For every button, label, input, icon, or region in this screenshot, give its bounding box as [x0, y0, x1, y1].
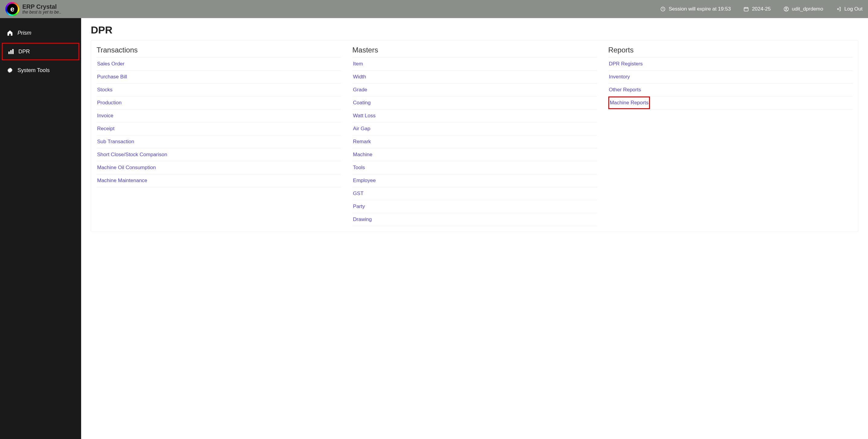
clock-icon	[660, 6, 665, 12]
svg-rect-5	[10, 50, 12, 54]
column-list: ItemWidthGradeCoatingWatt LossAir GapRem…	[352, 58, 596, 226]
user-icon	[783, 6, 789, 12]
sidebar-item-label: DPR	[19, 49, 30, 55]
main-content: DPR TransactionsSales OrderPurchase Bill…	[81, 18, 868, 439]
home-icon	[7, 30, 13, 36]
list-item: Purchase Bill	[96, 70, 341, 84]
link-dpr-registers[interactable]: DPR Registers	[608, 58, 852, 70]
column-heading: Reports	[608, 46, 852, 58]
fiscal-year-label: 2024-25	[752, 6, 771, 12]
brand-tagline: the best is yet to be..	[22, 10, 61, 14]
link-employee[interactable]: Employee	[352, 174, 596, 187]
session-expiry: Session will expire at 19:53	[660, 6, 731, 12]
sidebar-item-dpr[interactable]: DPR	[2, 43, 79, 60]
link-air-gap[interactable]: Air Gap	[352, 122, 596, 135]
link-party[interactable]: Party	[352, 200, 596, 213]
sidebar-item-label: Prism	[18, 30, 31, 36]
user-menu[interactable]: udit_dprdemo	[783, 6, 824, 12]
session-expiry-label: Session will expire at 19:53	[669, 6, 731, 12]
svg-rect-6	[12, 49, 14, 54]
column-heading: Transactions	[96, 46, 341, 58]
list-item: Width	[352, 70, 596, 84]
column-masters: MastersItemWidthGradeCoatingWatt LossAir…	[352, 46, 596, 226]
column-heading: Masters	[352, 46, 596, 58]
link-production[interactable]: Production	[96, 96, 341, 109]
list-item: Drawing	[352, 213, 596, 226]
logout-button[interactable]: Log Out	[836, 6, 863, 12]
list-item: Inventory	[608, 70, 852, 84]
list-item: Sub Transaction	[96, 135, 341, 148]
brand-logo-letter: e	[7, 4, 18, 14]
svg-rect-4	[8, 52, 10, 54]
gear-icon	[7, 67, 13, 73]
link-grade[interactable]: Grade	[352, 84, 596, 96]
sidebar-item-system-tools[interactable]: System Tools	[0, 62, 81, 79]
list-item: GST	[352, 187, 596, 200]
list-item: Short Close/Stock Comparison	[96, 148, 341, 161]
link-machine-oil-consumption[interactable]: Machine Oil Consumption	[96, 161, 341, 174]
list-item: Coating	[352, 96, 596, 109]
calendar-icon	[743, 6, 749, 12]
list-item: Machine Oil Consumption	[96, 161, 341, 174]
link-watt-loss[interactable]: Watt Loss	[352, 109, 596, 122]
svg-point-3	[785, 8, 787, 9]
header-right: Session will expire at 19:53 2024-25 udi…	[660, 6, 863, 12]
list-item: Receipt	[96, 122, 341, 135]
link-machine-maintenance[interactable]: Machine Maintenance	[96, 174, 341, 187]
link-tools[interactable]: Tools	[352, 161, 596, 174]
brand-title: ERP Crystal	[22, 3, 61, 10]
column-list: DPR RegistersInventoryOther ReportsMachi…	[608, 58, 852, 109]
list-item: Remark	[352, 135, 596, 148]
list-item: Sales Order	[96, 58, 341, 70]
list-item: Employee	[352, 174, 596, 187]
link-remark[interactable]: Remark	[352, 135, 596, 148]
sidebar-item-label: System Tools	[18, 67, 50, 73]
brand-logo: e	[5, 2, 19, 16]
list-item: Watt Loss	[352, 109, 596, 122]
list-item: Stocks	[96, 84, 341, 96]
list-item: Grade	[352, 84, 596, 96]
top-bar: e ERP Crystal the best is yet to be.. Se…	[0, 0, 868, 18]
list-item: Item	[352, 58, 596, 70]
link-item[interactable]: Item	[352, 58, 596, 70]
link-width[interactable]: Width	[352, 70, 596, 83]
logout-label: Log Out	[844, 6, 863, 12]
sidebar: Prism DPR System Tools	[0, 18, 81, 439]
list-item: Other Reports	[608, 84, 852, 96]
list-item: Air Gap	[352, 122, 596, 135]
brand[interactable]: e ERP Crystal the best is yet to be..	[5, 2, 61, 16]
link-short-close-stock-comparison[interactable]: Short Close/Stock Comparison	[96, 148, 341, 161]
link-other-reports[interactable]: Other Reports	[608, 84, 852, 96]
link-drawing[interactable]: Drawing	[352, 213, 596, 226]
list-item: Tools	[352, 161, 596, 174]
svg-rect-1	[744, 7, 748, 11]
link-invoice[interactable]: Invoice	[96, 109, 341, 122]
link-purchase-bill[interactable]: Purchase Bill	[96, 70, 341, 83]
link-coating[interactable]: Coating	[352, 96, 596, 109]
logout-icon	[836, 6, 841, 12]
link-stocks[interactable]: Stocks	[96, 84, 341, 96]
list-item: Production	[96, 96, 341, 109]
link-machine[interactable]: Machine	[352, 148, 596, 161]
column-list: Sales OrderPurchase BillStocksProduction…	[96, 58, 341, 187]
link-sub-transaction[interactable]: Sub Transaction	[96, 135, 341, 148]
page-title: DPR	[91, 24, 858, 36]
list-item: Machine Reports	[608, 96, 852, 109]
link-receipt[interactable]: Receipt	[96, 122, 341, 135]
sidebar-item-prism[interactable]: Prism	[0, 24, 81, 41]
user-label: udit_dprdemo	[792, 6, 824, 12]
menu-card: TransactionsSales OrderPurchase BillStoc…	[91, 40, 858, 232]
link-machine-reports[interactable]: Machine Reports	[608, 96, 650, 109]
list-item: Machine Maintenance	[96, 174, 341, 187]
list-item: Machine	[352, 148, 596, 161]
fiscal-year[interactable]: 2024-25	[743, 6, 771, 12]
column-reports: ReportsDPR RegistersInventoryOther Repor…	[608, 46, 852, 226]
list-item: Invoice	[96, 109, 341, 122]
column-transactions: TransactionsSales OrderPurchase BillStoc…	[96, 46, 341, 226]
link-sales-order[interactable]: Sales Order	[96, 58, 341, 70]
link-gst[interactable]: GST	[352, 187, 596, 200]
list-item: DPR Registers	[608, 58, 852, 70]
link-inventory[interactable]: Inventory	[608, 70, 852, 83]
brand-titles: ERP Crystal the best is yet to be..	[22, 3, 61, 14]
bars-icon	[7, 48, 14, 55]
